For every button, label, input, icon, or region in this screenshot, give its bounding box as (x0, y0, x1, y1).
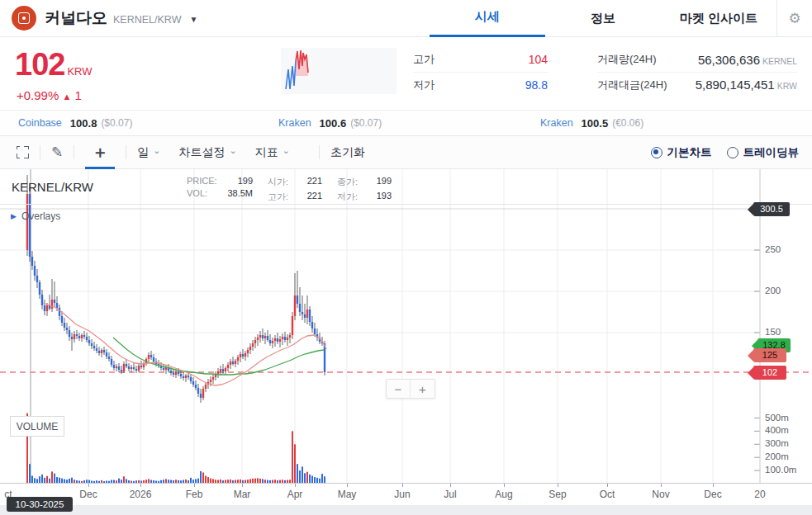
volume-axis-label: 100.0m (765, 465, 796, 475)
value24h-label: 거래대금(24H) (597, 78, 667, 92)
high-label: 고가 (413, 52, 434, 67)
radio-selected-icon (651, 147, 662, 158)
x-axis-label: Oct (600, 489, 615, 500)
toolbar-divider (74, 145, 74, 159)
time-axis: ctDec2026FebMarAprMayJunJulAugSepOctNovD… (0, 484, 812, 505)
fullscreen-icon[interactable] (17, 146, 29, 158)
x-axis-tick (504, 484, 505, 487)
chart-type-radio-group: 기본차트 트레이딩뷰 (651, 145, 800, 160)
coin-dropdown-caret-icon[interactable]: ▼ (189, 15, 197, 24)
crosshair-date-tag: 10-30-2025 (7, 497, 73, 512)
x-axis-tick (140, 484, 141, 487)
x-axis-label: Aug (495, 489, 512, 500)
chart-plot-svg[interactable] (0, 169, 812, 484)
high-value: 104 (529, 53, 548, 66)
chevron-down-icon: ⌄ (283, 145, 290, 156)
price-currency: KRW (67, 65, 92, 78)
overlays-toggle[interactable]: ▶ Overlays (11, 210, 60, 222)
x-axis-tick (607, 484, 608, 487)
header-tabs: 시세 정보 마켓 인사이트 ⚙ (430, 0, 812, 37)
x-axis-label: Jun (394, 489, 410, 500)
high-low-column: 고가104 저가98.8 (413, 47, 548, 97)
volume24h-value: 56,306,636KERNEL (698, 53, 797, 67)
x-axis-label: Mar (234, 489, 251, 500)
low-label: 저가 (413, 78, 434, 92)
x-axis-label: Apr (287, 489, 303, 500)
price-change: +0.99% ▲ 1 (17, 88, 82, 102)
volume-axis-label: 400m (765, 425, 789, 435)
settings-gear-icon[interactable]: ⚙ (776, 0, 812, 37)
tab-market-insight[interactable]: 마켓 인사이트 (661, 0, 776, 37)
x-axis-label: Jul (444, 489, 456, 500)
price-axis-label: 150 (765, 327, 781, 337)
radio-unselected-icon (727, 147, 738, 158)
tab-info[interactable]: 정보 (545, 0, 661, 37)
volume-axis-label: 300m (765, 438, 789, 448)
volume-axis-label: 200m (765, 451, 789, 461)
x-axis-tick (88, 484, 89, 487)
x-axis-label: May (338, 489, 357, 500)
chart-symbol-label: KERNEL/KRW (12, 180, 93, 194)
x-axis-tick (347, 484, 348, 487)
ma-red-tag: 125 (753, 348, 786, 362)
coin-pair: KERNEL/KRW (113, 14, 181, 26)
ohlc-legend: PRICE:199 VOL:38.5M 시가:221 고가:221 종가:199… (187, 176, 392, 203)
exchange-comparison-bar: Coinbase100.8($0.07) Kraken100.6($0.07) … (0, 110, 812, 136)
indicators-dropdown[interactable]: 지표⌄ (255, 145, 290, 160)
last-price-tag: 102 (753, 366, 786, 380)
volume24h-label: 거래량(24H) (597, 52, 657, 67)
x-axis-label: Dec (79, 489, 97, 500)
exchange-item-kraken-usd: Kraken100.6($0.07) (270, 117, 540, 130)
add-tool-button[interactable]: ＋ (85, 136, 115, 169)
value24h-value: 5,890,145,451KRW (696, 78, 797, 92)
play-triangle-icon: ▶ (11, 212, 17, 220)
x-axis-label: Nov (652, 489, 669, 500)
app-header: 커널다오 KERNEL/KRW ▼ 시세 정보 마켓 인사이트 ⚙ (0, 0, 812, 37)
x-axis-label: Sep (548, 489, 566, 500)
chevron-down-icon: ⌄ (229, 145, 236, 156)
zoom-out-button[interactable]: − (387, 380, 411, 398)
radio-basic-chart[interactable]: 기본차트 (651, 145, 712, 160)
chevron-down-icon: ⌄ (153, 145, 160, 156)
low-value: 98.8 (525, 78, 548, 92)
reset-button[interactable]: 초기화 (330, 145, 365, 160)
candlestick-chart-area[interactable]: KERNEL/KRW PRICE:199 VOL:38.5M 시가:221 고가… (0, 169, 812, 484)
price-value: 102 (15, 47, 64, 82)
bottom-scrollbar-strip[interactable] (0, 505, 812, 515)
chart-settings-dropdown[interactable]: 차트설정⌄ (178, 145, 236, 160)
exchange-item-kraken-eur: Kraken100.5(€0.06) (540, 117, 810, 130)
volume-column: 거래량(24H) 56,306,636KERNEL 거래대금(24H) 5,89… (597, 47, 797, 97)
x-axis-tick (661, 484, 662, 487)
coin-logo-icon (12, 6, 36, 31)
x-axis-tick (450, 484, 451, 487)
x-axis-label: Dec (704, 489, 721, 500)
x-axis-tick (295, 484, 296, 487)
exchange-item-coinbase: Coinbase100.8($0.07) (0, 117, 270, 130)
legend-separator (0, 204, 812, 205)
x-axis-label: Feb (186, 489, 203, 500)
x-axis-label: 20 (754, 489, 765, 500)
chart-toolbar: ✎ ＋ 일⌄ 차트설정⌄ 지표⌄ 초기화 기본차트 트레이딩뷰 (0, 136, 812, 169)
x-axis-tick (194, 484, 195, 487)
tab-market-price[interactable]: 시세 (430, 0, 545, 37)
coin-name: 커널다오 (45, 7, 107, 29)
draw-pencil-icon[interactable]: ✎ (51, 144, 63, 161)
crosshair-price-tag: 300.5 (753, 202, 790, 216)
price-axis-label: 250 (765, 244, 781, 254)
x-axis-tick (558, 484, 558, 487)
zoom-controls: − + (386, 379, 435, 399)
price-summary-section: 102KRW +0.99% ▲ 1 고가104 저가98.8 거래량(24H) … (0, 37, 812, 110)
up-arrow-icon: ▲ (62, 92, 71, 102)
price-axis-label: 200 (765, 286, 781, 295)
current-price: 102KRW (15, 47, 93, 83)
toolbar-divider (40, 145, 40, 159)
radio-trading-view[interactable]: 트레이딩뷰 (727, 145, 800, 160)
x-axis-label: 2026 (130, 489, 152, 500)
toolbar-divider (126, 145, 126, 159)
mini-sparkline-chart (281, 48, 397, 94)
volume-pane-label: VOLUME (10, 416, 64, 437)
zoom-in-button[interactable]: + (411, 380, 434, 398)
toolbar-divider (319, 145, 320, 159)
x-axis-tick (242, 484, 243, 487)
interval-dropdown[interactable]: 일⌄ (137, 145, 160, 160)
